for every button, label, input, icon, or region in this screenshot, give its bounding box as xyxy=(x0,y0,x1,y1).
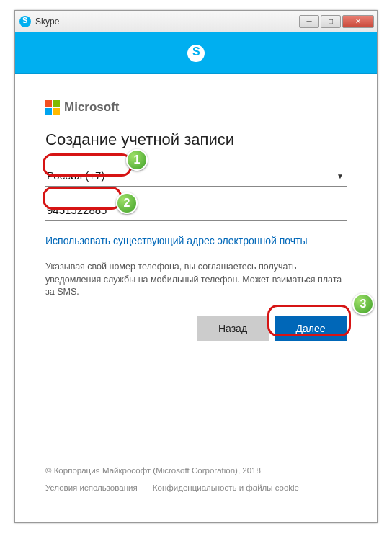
close-button[interactable]: ✕ xyxy=(342,15,374,28)
page-title: Создание учетной записи xyxy=(45,130,347,149)
window-controls: ─ □ ✕ xyxy=(298,15,374,28)
microsoft-text: Microsoft xyxy=(64,100,120,115)
window-title: Skype xyxy=(35,17,298,27)
use-email-link[interactable]: Использовать существующий адрес электрон… xyxy=(45,235,308,246)
brand-header xyxy=(15,32,377,74)
copyright-text: © Корпорация Майкрософт (Microsoft Corpo… xyxy=(45,466,312,475)
titlebar: Skype ─ □ ✕ xyxy=(15,11,377,32)
app-window: Skype ─ □ ✕ Microsoft Создание учетной з… xyxy=(14,10,378,523)
microsoft-logo-icon xyxy=(45,100,60,115)
phone-input[interactable] xyxy=(45,200,347,221)
microsoft-brand: Microsoft xyxy=(45,100,347,115)
footer: © Корпорация Майкрософт (Microsoft Corpo… xyxy=(45,466,312,492)
next-button[interactable]: Далее xyxy=(275,316,347,341)
privacy-link[interactable]: Конфиденциальность и файлы cookie xyxy=(153,483,299,492)
main-content: Microsoft Создание учетной записи Россия… xyxy=(15,74,377,355)
country-field: Россия (+7) ▼ xyxy=(45,165,347,187)
phone-field xyxy=(45,200,347,221)
back-button[interactable]: Назад xyxy=(197,316,269,341)
minimize-button[interactable]: ─ xyxy=(299,15,319,28)
country-select[interactable]: Россия (+7) xyxy=(45,165,347,187)
skype-icon xyxy=(19,16,31,27)
terms-link[interactable]: Условия использования xyxy=(45,483,138,492)
sms-disclosure: Указывая свой номер телефона, вы соглаша… xyxy=(45,261,347,299)
skype-logo-icon xyxy=(187,45,205,62)
maximize-button[interactable]: □ xyxy=(321,15,341,28)
button-row: Назад Далее xyxy=(45,316,347,341)
